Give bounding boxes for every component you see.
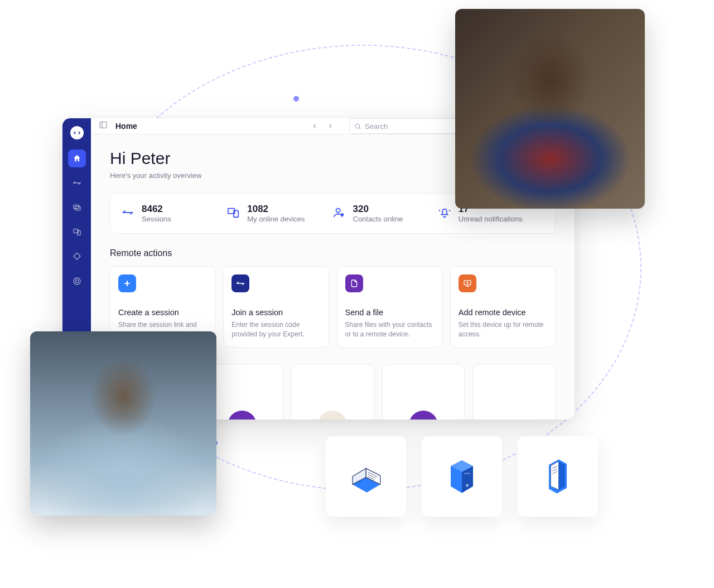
sidebar-item-messages[interactable] — [68, 199, 86, 216]
svg-rect-0 — [74, 205, 79, 209]
bell-icon — [438, 206, 451, 221]
action-join-session[interactable]: Join a session Enter the session code pr… — [223, 266, 329, 348]
decorative-photo-user-tablet — [455, 9, 645, 209]
svg-point-8 — [355, 124, 360, 128]
svg-point-24 — [466, 484, 469, 487]
device-strip — [326, 436, 598, 517]
avatar — [318, 411, 347, 420]
contact-tile[interactable] — [291, 364, 374, 420]
action-desc: Set this device up for remote access. — [459, 320, 547, 339]
stat-label: My online devices — [247, 215, 305, 223]
sidebar-item-settings[interactable] — [68, 272, 86, 290]
search-icon — [354, 123, 361, 130]
action-title: Create a session — [118, 308, 207, 317]
decorative-dot — [293, 96, 299, 102]
stat-label: Sessions — [142, 215, 171, 223]
avatar — [409, 411, 438, 420]
decorative-photo-support-agent — [30, 331, 216, 515]
nav-forward-button[interactable] — [324, 119, 337, 133]
phone-icon — [536, 454, 580, 499]
stat-label: Contacts online — [353, 215, 403, 223]
sidebar-item-devices[interactable] — [68, 223, 86, 241]
action-desc: Share files with your contacts or to a r… — [345, 320, 434, 339]
sidebar-item-home[interactable] — [68, 150, 86, 167]
laptop-icon — [344, 454, 388, 499]
action-desc: Enter the session code provided by your … — [231, 320, 320, 339]
stat-contacts[interactable]: 320 Contacts online — [333, 204, 438, 223]
file-icon — [345, 274, 363, 292]
avatar — [228, 411, 257, 420]
svg-line-9 — [359, 127, 360, 128]
svg-point-12 — [336, 208, 340, 212]
stat-devices[interactable]: 1082 My online devices — [227, 204, 332, 223]
svg-rect-25 — [464, 473, 470, 474]
svg-rect-6 — [100, 122, 107, 128]
action-send-file[interactable]: Send a file Share files with your contac… — [337, 266, 442, 348]
stat-sessions[interactable]: 8462 Sessions — [122, 204, 227, 223]
contact-tile[interactable] — [472, 364, 556, 420]
devices-icon — [227, 206, 239, 221]
logo-icon — [70, 126, 84, 139]
transfer-icon — [122, 206, 134, 221]
device-card-laptop[interactable] — [326, 436, 406, 517]
svg-rect-1 — [75, 206, 80, 210]
action-title: Join a session — [231, 308, 320, 317]
contacts-icon — [333, 206, 345, 221]
section-title-remote-actions: Remote actions — [110, 248, 556, 258]
join-icon — [231, 274, 249, 292]
stat-value: 320 — [353, 204, 403, 215]
action-add-device[interactable]: Add remote device Set this device up for… — [450, 266, 556, 348]
svg-point-4 — [75, 279, 78, 282]
device-card-phone[interactable] — [518, 436, 598, 517]
monitor-plus-icon — [459, 274, 476, 292]
device-card-server[interactable] — [422, 436, 502, 517]
stat-label: Unread notifications — [459, 215, 523, 223]
action-title: Add remote device — [459, 308, 547, 317]
server-icon — [440, 454, 484, 499]
action-title: Send a file — [345, 308, 434, 317]
stat-value: 8462 — [142, 204, 171, 215]
svg-point-13 — [340, 213, 344, 216]
svg-point-5 — [74, 278, 80, 285]
plus-icon — [118, 274, 136, 292]
stat-value: 1082 — [247, 204, 305, 215]
sidebar-item-transfers[interactable] — [68, 174, 86, 192]
contact-tile[interactable] — [382, 364, 465, 420]
breadcrumb: Home — [115, 122, 137, 131]
sidebar-item-tags[interactable] — [68, 248, 86, 266]
panel-toggle-icon[interactable] — [99, 121, 108, 132]
nav-arrows — [308, 119, 337, 133]
nav-back-button[interactable] — [308, 119, 321, 133]
